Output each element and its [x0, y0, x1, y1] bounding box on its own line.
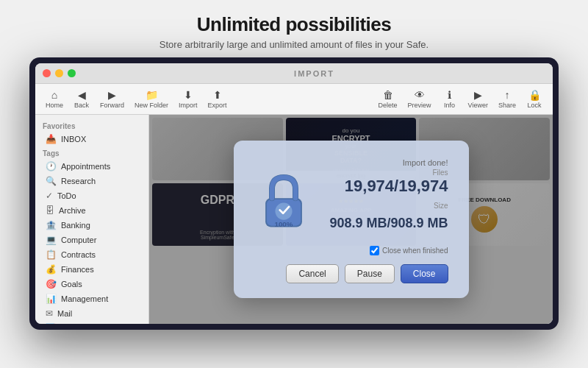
sidebar-inbox-label: INBOX	[61, 135, 86, 144]
viewer-label: Viewer	[468, 102, 488, 109]
appointments-icon: 🕐	[46, 161, 57, 171]
import-label: Import	[179, 102, 198, 109]
page-title: Unlimited possibilities	[0, 13, 588, 36]
back-button[interactable]: ◀ Back	[69, 87, 94, 111]
share-icon: ↑	[504, 89, 509, 101]
export-icon: ⬆	[213, 89, 222, 101]
close-button[interactable]: Close	[401, 264, 448, 283]
sidebar-item-inbox[interactable]: 📥 INBOX	[38, 132, 146, 146]
archive-label: Archive	[59, 206, 86, 215]
appointments-label: Appointments	[61, 162, 110, 171]
preview-label: Preview	[408, 102, 431, 109]
mac-window-inner: IMPORT ⌂ Home ◀ Back ▶ Forward 📁 New Fol…	[35, 63, 553, 324]
pause-button[interactable]: Pause	[345, 264, 395, 283]
close-checkbox[interactable]	[370, 246, 379, 255]
finances-label: Finances	[61, 265, 94, 274]
sidebar-item-computer[interactable]: 💻 Computer	[38, 233, 146, 247]
import-done-label: Import done!	[254, 158, 448, 167]
tags-label: Tags	[35, 146, 148, 159]
sidebar-item-contracts[interactable]: 📋 Contracts	[38, 247, 146, 262]
sidebar-item-mail[interactable]: ✉ Mail	[38, 306, 146, 321]
sidebar-item-notes[interactable]: 📝 Notes	[38, 321, 146, 324]
preview-button[interactable]: 👁 Preview	[404, 87, 436, 111]
size-count: 908.9 MB/908.9 MB	[325, 216, 448, 231]
new-folder-icon: 📁	[146, 89, 158, 101]
main-area: Favorites 📥 INBOX Tags 🕐 Appointments 🔍 …	[35, 115, 553, 324]
header-section: Unlimited possibilities Store arbitraril…	[0, 0, 588, 57]
close-window-button[interactable]	[43, 69, 51, 77]
research-label: Research	[61, 177, 96, 185]
back-label: Back	[74, 102, 89, 109]
info-label: Info	[444, 102, 455, 109]
contracts-icon: 📋	[46, 250, 57, 260]
delete-button[interactable]: 🗑 Delete	[374, 87, 402, 111]
forward-button[interactable]: ▶ Forward	[96, 87, 129, 111]
home-button[interactable]: ⌂ Home	[41, 87, 68, 111]
mac-window: IMPORT ⌂ Home ◀ Back ▶ Forward 📁 New Fol…	[29, 57, 559, 330]
management-icon: 📊	[46, 294, 57, 304]
sidebar-item-finances[interactable]: 💰 Finances	[38, 262, 146, 277]
lock-icon-container: 100%	[254, 171, 313, 230]
maximize-window-button[interactable]	[68, 69, 76, 77]
traffic-lights	[43, 69, 76, 77]
banking-label: Banking	[61, 221, 90, 230]
computer-label: Computer	[61, 236, 96, 244]
import-modal: Import done!	[234, 141, 469, 298]
goals-icon: 🎯	[46, 279, 57, 289]
modal-buttons: Cancel Pause Close	[254, 264, 448, 283]
todo-icon: ✓	[46, 191, 53, 201]
new-folder-label: New Folder	[135, 102, 168, 109]
sidebar-item-banking[interactable]: 🏦 Banking	[38, 218, 146, 233]
mail-icon: ✉	[46, 308, 53, 319]
share-button[interactable]: ↑ Share	[494, 87, 520, 111]
modal-overlay: Import done!	[149, 115, 553, 324]
mail-label: Mail	[57, 309, 72, 318]
import-icon: ⬇	[184, 89, 193, 101]
home-icon: ⌂	[51, 89, 57, 101]
delete-icon: 🗑	[383, 89, 393, 101]
window-title: IMPORT	[83, 69, 545, 78]
content-area: do you ENCRYPT your SENSIBLE DATA? simpl…	[149, 115, 553, 324]
viewer-button[interactable]: ▶ Viewer	[464, 87, 492, 111]
banking-icon: 🏦	[46, 220, 57, 230]
research-icon: 🔍	[46, 176, 57, 186]
sidebar-item-management[interactable]: 📊 Management	[38, 291, 146, 306]
sidebar-item-appointments[interactable]: 🕐 Appointments	[38, 159, 146, 174]
import-button[interactable]: ⬇ Import	[174, 87, 202, 111]
cancel-button[interactable]: Cancel	[286, 264, 338, 283]
lock-button[interactable]: 🔒 Lock	[522, 87, 547, 111]
lock-icon: 🔒	[528, 89, 541, 101]
goals-label: Goals	[61, 280, 82, 289]
svg-text:100%: 100%	[274, 219, 293, 227]
modal-top: 100% Files 19,974/19,974 Size 908.9 MB/9…	[254, 169, 448, 231]
close-when-finished: Close when finished	[254, 246, 448, 255]
viewer-icon: ▶	[474, 89, 482, 101]
new-folder-button[interactable]: 📁 New Folder	[130, 87, 173, 111]
contracts-label: Contracts	[61, 250, 96, 259]
minimize-window-button[interactable]	[55, 69, 63, 77]
todo-label: ToDo	[57, 191, 76, 200]
home-label: Home	[46, 102, 63, 109]
sidebar-item-research[interactable]: 🔍 Research	[38, 174, 146, 188]
toolbar-right: 🗑 Delete 👁 Preview ℹ Info ▶ Viewer ↑	[374, 87, 547, 111]
info-button[interactable]: ℹ Info	[437, 87, 462, 111]
favorites-label: Favorites	[35, 119, 148, 132]
lock-label: Lock	[527, 102, 541, 109]
sidebar-item-todo[interactable]: ✓ ToDo	[38, 188, 146, 203]
archive-icon: 🗄	[46, 205, 54, 216]
info-icon: ℹ	[448, 89, 451, 101]
title-bar: IMPORT	[35, 63, 553, 84]
export-label: Export	[208, 102, 227, 109]
export-button[interactable]: ⬆ Export	[204, 87, 232, 111]
files-count: 19,974/19,974	[325, 177, 448, 196]
sidebar-item-archive[interactable]: 🗄 Archive	[38, 203, 146, 218]
forward-label: Forward	[100, 102, 124, 109]
modal-info: Files 19,974/19,974 Size 908.9 MB/908.9 …	[325, 169, 448, 231]
forward-icon: ▶	[108, 89, 116, 101]
files-label: Files	[325, 169, 448, 177]
toolbar: ⌂ Home ◀ Back ▶ Forward 📁 New Folder ⬇ I…	[35, 84, 553, 115]
sidebar: Favorites 📥 INBOX Tags 🕐 Appointments 🔍 …	[35, 115, 149, 324]
sidebar-item-goals[interactable]: 🎯 Goals	[38, 277, 146, 291]
computer-icon: 💻	[46, 235, 57, 245]
size-label: Size	[325, 202, 448, 210]
